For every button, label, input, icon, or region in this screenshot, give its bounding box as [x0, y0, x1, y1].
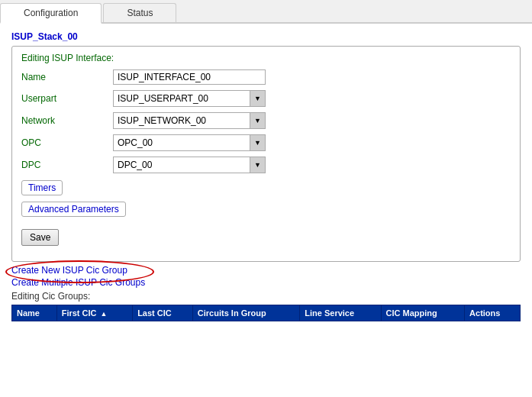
userpart-row: Userpart ISUP_USERPART_00 ▼ [21, 90, 511, 107]
th-actions: Actions [465, 305, 521, 321]
dpc-label: DPC [21, 160, 113, 170]
timers-collapsible[interactable]: Timers [21, 180, 63, 195]
advanced-params-link[interactable]: Advanced Parameters [28, 204, 119, 215]
network-select[interactable]: ISUP_NETWORK_00 ▼ [113, 112, 266, 129]
page-content: ISUP_Stack_00 Editing ISUP Interface: Na… [0, 24, 532, 329]
network-label: Network [21, 115, 113, 126]
tab-configuration[interactable]: Configuration [0, 3, 102, 24]
name-input[interactable] [113, 69, 266, 85]
group-title: Editing ISUP Interface: [21, 53, 511, 63]
create-new-cic-group-link[interactable]: Create New ISUP Cic Group [11, 265, 127, 276]
isup-interface-group: Editing ISUP Interface: Name Userpart IS… [11, 46, 521, 262]
save-button[interactable]: Save [21, 229, 59, 246]
dpc-arrow[interactable]: ▼ [250, 157, 265, 173]
opc-select[interactable]: OPC_00 ▼ [113, 134, 266, 151]
name-label: Name [21, 72, 113, 82]
opc-value: OPC_00 [114, 136, 250, 150]
editing-cic-groups-label: Editing Cic Groups: [11, 291, 521, 302]
tab-status[interactable]: Status [103, 3, 176, 22]
first-cic-sort-icon: ▲ [101, 310, 108, 318]
th-circuits-in-group: Circuits In Group [192, 305, 299, 321]
userpart-arrow[interactable]: ▼ [250, 91, 265, 106]
opc-label: OPC [21, 137, 113, 148]
th-last-cic: Last CIC [133, 305, 193, 321]
breadcrumb-link[interactable]: ISUP_Stack_00 [11, 31, 78, 42]
name-row: Name [21, 69, 511, 85]
th-line-service: Line Service [300, 305, 381, 321]
network-row: Network ISUP_NETWORK_00 ▼ [21, 112, 511, 129]
timers-link[interactable]: Timers [28, 182, 56, 193]
tabs-bar: Configuration Status [0, 0, 532, 24]
userpart-select[interactable]: ISUP_USERPART_00 ▼ [113, 90, 266, 107]
th-name: Name [12, 305, 57, 321]
th-cic-mapping: CIC Mapping [381, 305, 465, 321]
advanced-params-collapsible[interactable]: Advanced Parameters [21, 202, 126, 217]
table-header-row: Name First CIC ▲ Last CIC Circuits In Gr… [12, 305, 521, 321]
network-value: ISUP_NETWORK_00 [114, 114, 250, 127]
th-first-cic[interactable]: First CIC ▲ [56, 305, 132, 321]
cic-groups-table: Name First CIC ▲ Last CIC Circuits In Gr… [11, 305, 521, 321]
network-arrow[interactable]: ▼ [250, 113, 265, 128]
userpart-label: Userpart [21, 93, 113, 104]
create-multiple-cic-groups-link[interactable]: Create Multiple ISUP Cic Groups [11, 277, 145, 288]
opc-arrow[interactable]: ▼ [250, 135, 265, 150]
dpc-value: DPC_00 [114, 158, 250, 172]
opc-row: OPC OPC_00 ▼ [21, 134, 511, 151]
dpc-select[interactable]: DPC_00 ▼ [113, 157, 266, 173]
dpc-row: DPC DPC_00 ▼ [21, 157, 511, 173]
create-links-section: Create New ISUP Cic Group Create Multipl… [11, 265, 521, 288]
userpart-value: ISUP_USERPART_00 [114, 92, 250, 105]
